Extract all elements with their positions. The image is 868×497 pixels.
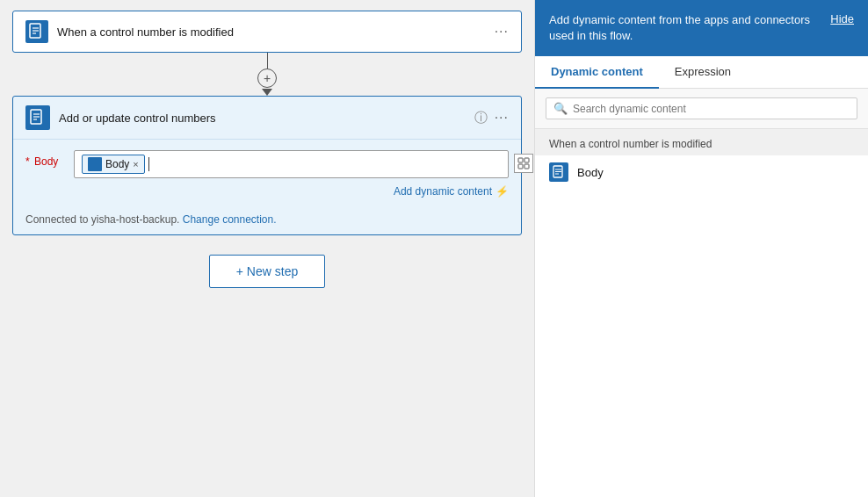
connector: + (257, 53, 277, 96)
svg-rect-8 (518, 158, 523, 162)
panel-item-body[interactable]: Body (535, 155, 868, 189)
tab-dynamic-content[interactable]: Dynamic content (535, 56, 659, 89)
connector-line (267, 53, 268, 68)
array-input-button[interactable] (514, 154, 533, 173)
panel-header-text: Add dynamic content from the apps and co… (549, 12, 816, 44)
action-more-button[interactable]: ··· (495, 110, 509, 126)
panel-section-header: When a control number is modified (535, 129, 868, 155)
action-info-button[interactable]: ⓘ (474, 110, 488, 126)
main-area: When a control number is modified ··· + … (0, 0, 534, 497)
action-card-body: * Body Body × (13, 140, 521, 208)
add-dynamic-content-link[interactable]: Add dynamic content ⚡ (25, 185, 509, 198)
panel-tabs: Dynamic content Expression (535, 56, 868, 89)
action-card-icon (25, 105, 50, 130)
token-icon (88, 157, 102, 171)
trigger-card[interactable]: When a control number is modified ··· (12, 11, 522, 53)
tab-expression[interactable]: Expression (659, 56, 747, 89)
search-input[interactable] (573, 103, 850, 115)
panel-item-doc-icon (553, 165, 565, 179)
add-dynamic-content-anchor[interactable]: Add dynamic content (394, 185, 492, 198)
svg-rect-10 (518, 164, 523, 169)
connection-text: Connected to yisha-host-backup. (25, 213, 179, 226)
trigger-doc-icon (29, 23, 45, 40)
new-step-button[interactable]: + New step (209, 255, 325, 288)
action-doc-icon (30, 109, 46, 126)
svg-rect-11 (524, 164, 529, 169)
body-label-text: Body (34, 155, 58, 168)
token-label: Body (105, 158, 129, 170)
trigger-card-title: When a control number is modified (57, 25, 495, 39)
panel-item-body-icon (549, 162, 568, 182)
lightning-icon: ⚡ (495, 185, 509, 198)
search-icon: 🔍 (553, 102, 568, 115)
body-token[interactable]: Body × (82, 155, 145, 174)
body-token-input[interactable]: Body × (74, 150, 509, 178)
body-field-row: * Body Body × (25, 150, 509, 178)
change-connection-link[interactable]: Change connection. (183, 213, 277, 226)
panel-header: Add dynamic content from the apps and co… (535, 0, 868, 56)
trigger-card-icon (25, 20, 48, 43)
panel-item-body-label: Body (577, 166, 604, 179)
array-icon-svg (517, 157, 530, 169)
connection-info: Connected to yisha-host-backup. Change c… (13, 208, 521, 234)
connector-arrow (262, 89, 272, 96)
body-input-area: Body × (74, 150, 509, 178)
token-close-button[interactable]: × (133, 159, 138, 169)
search-box[interactable]: 🔍 (546, 97, 857, 119)
text-cursor (148, 157, 149, 171)
right-panel: Add dynamic content from the apps and co… (534, 0, 868, 497)
svg-rect-9 (524, 158, 529, 162)
new-step-container: + New step (209, 255, 325, 288)
panel-search-area: 🔍 (535, 89, 868, 129)
required-star: * (25, 155, 30, 168)
connector-plus-button[interactable]: + (257, 68, 277, 88)
action-card-header: Add or update control numbers ⓘ ··· (13, 97, 521, 140)
action-card: Add or update control numbers ⓘ ··· * Bo… (12, 96, 522, 235)
action-card-title: Add or update control numbers (59, 112, 474, 125)
trigger-more-button[interactable]: ··· (495, 24, 509, 40)
action-card-actions: ⓘ ··· (474, 110, 509, 126)
body-field-label: * Body (25, 150, 74, 168)
panel-hide-button[interactable]: Hide (830, 12, 854, 25)
